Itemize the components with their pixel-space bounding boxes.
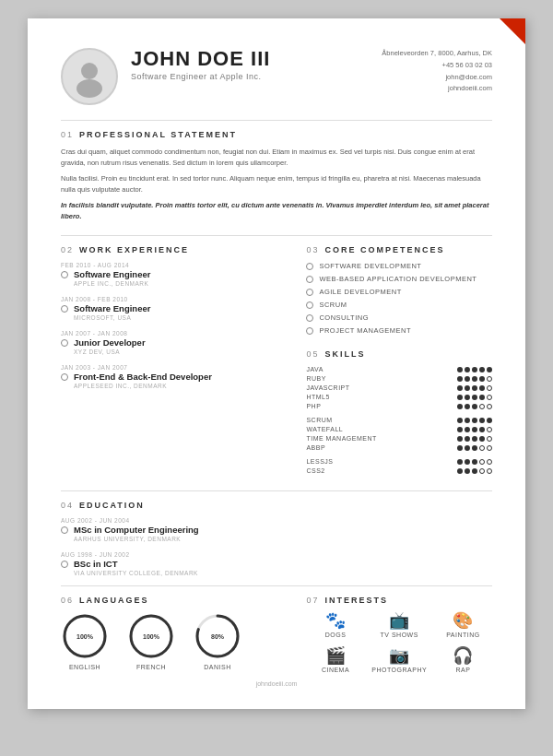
- interest-label: CINEMA: [322, 667, 349, 673]
- dot-filled: [465, 418, 470, 423]
- dot-filled: [472, 404, 477, 409]
- dot-empty: [487, 427, 492, 432]
- work-section-title: 02 WORK EXPERIENCE: [61, 245, 288, 254]
- dot-filled: [457, 385, 463, 391]
- dot-filled: [457, 367, 463, 372]
- work-title: Junior Developer: [74, 337, 146, 348]
- edu-title-row: MSc in Computer Engineering: [61, 525, 492, 535]
- address: Åbneleveorden 7, 8000, Aarhus, DK: [382, 48, 492, 60]
- skill-item: ABBP: [306, 444, 492, 451]
- dot-empty: [479, 459, 485, 465]
- lang-circle: 100%: [127, 612, 175, 660]
- corner-decoration: [500, 18, 525, 44]
- dot-filled: [465, 445, 470, 451]
- lang-circle: 80%: [194, 612, 241, 660]
- prof-para2: Nulla facilisi. Proin eu tincidunt erat.…: [61, 173, 492, 195]
- lang-name: ENGLISH: [69, 664, 100, 670]
- skill-group: SCRUM WATEFALL TIME MANAGEMENT ABBP: [306, 417, 492, 451]
- website: johndoeiii.com: [382, 83, 492, 95]
- prof-para1: Cras dui quam, aliquet commodo condiment…: [61, 147, 492, 169]
- competence-label: SCRUM: [319, 301, 347, 309]
- language-item: 100% FRENCH: [127, 612, 175, 670]
- dot-filled: [479, 395, 485, 400]
- competence-label: SOFTWARE DEVELOPMENT: [319, 262, 421, 270]
- skill-dots: [457, 459, 492, 465]
- education-items: AUG 2002 - JUN 2004 MSc in Computer Engi…: [61, 517, 492, 576]
- work-item: JAN 2008 - FEB 2010 Software Engineer MI…: [61, 296, 288, 321]
- interest-label: DOGS: [325, 632, 347, 638]
- competence-label: CONSULTING: [319, 313, 369, 322]
- edu-title: BSc in ICT: [74, 559, 118, 569]
- bullet-circle: [61, 339, 68, 347]
- edu-company: AARHUS UNIVERSITY, DENMARK: [74, 536, 492, 542]
- work-title-row: Software Engineer: [61, 303, 288, 313]
- skill-item: CSS2: [306, 467, 492, 474]
- competence-label: WEB-BASED APPLICATION DEVELOPMENT: [319, 275, 477, 283]
- dot-filled: [465, 436, 470, 442]
- email: john@doe.com: [382, 72, 492, 84]
- dot-filled: [472, 395, 477, 400]
- dot-filled: [457, 445, 463, 451]
- skill-name: CSS2: [306, 467, 380, 474]
- core-competences-col: 03 CORE COMPETENCES SOFTWARE DEVELOPMENT…: [306, 245, 492, 481]
- section-divider: [61, 235, 492, 236]
- skill-dots: [457, 427, 492, 432]
- dot-empty: [487, 459, 492, 465]
- footer: johndoeiii.com: [61, 680, 492, 687]
- dot-filled: [457, 459, 463, 465]
- skill-item: LESSJS: [306, 458, 492, 465]
- interest-label: PHOTOGRAPHY: [371, 667, 427, 673]
- work-title-row: Software Engineer: [61, 269, 288, 279]
- lang-name: FRENCH: [136, 664, 166, 670]
- skill-item: HTML5: [306, 394, 492, 400]
- work-date: JAN 2007 - JAN 2008: [61, 330, 288, 337]
- dot-filled: [457, 427, 463, 432]
- dot-empty: [487, 468, 492, 474]
- skill-name: HTML5: [306, 394, 380, 400]
- dot-filled: [457, 418, 463, 423]
- dot-filled: [472, 468, 477, 474]
- interest-icon: 🎧: [453, 647, 473, 664]
- lang-percent: 100%: [143, 633, 159, 640]
- interest-icon: 📷: [389, 647, 409, 664]
- skills-title: 05 SKILLS: [306, 349, 492, 359]
- dot-empty: [487, 404, 492, 409]
- interests-list: 🐾 DOGS 📺 TV SHOWS 🎨 PAINTING 🎬 CINEMA 📷 …: [306, 612, 492, 673]
- dot-filled: [465, 367, 470, 372]
- skill-item: TIME MANAGEMENT: [306, 435, 492, 442]
- interest-item: 🐾 DOGS: [306, 612, 364, 638]
- full-name: JOHN DOE III: [131, 48, 382, 70]
- bullet-circle: [61, 561, 68, 568]
- dot-filled: [457, 376, 463, 382]
- header-divider: [61, 120, 492, 121]
- languages-section: 06 LANGUAGES 100% ENGLISH 100% FRENCH: [61, 596, 288, 673]
- interest-item: 🎧 RAP: [434, 647, 492, 673]
- skill-name: WATEFALL: [306, 426, 380, 432]
- dot-filled: [457, 436, 463, 442]
- languages-title: 06 LANGUAGES: [61, 596, 288, 605]
- skill-name: ABBP: [306, 444, 380, 451]
- competence-item: SOFTWARE DEVELOPMENT: [306, 262, 492, 270]
- prof-para3: In facilisis blandit vulputate. Proin ma…: [61, 200, 492, 222]
- skill-group: LESSJS CSS2: [306, 458, 492, 474]
- skill-name: TIME MANAGEMENT: [306, 435, 380, 442]
- skill-dots: [457, 385, 492, 391]
- work-item: JAN 2003 - JAN 2007 Front-End & Back-End…: [61, 364, 288, 389]
- skill-name: JAVASCRIPT: [306, 384, 380, 391]
- dot-empty: [487, 445, 492, 451]
- dot-filled: [465, 404, 470, 409]
- work-item: JAN 2007 - JAN 2008 Junior Developer XYZ…: [61, 330, 288, 355]
- lang-percent: 80%: [211, 633, 224, 640]
- skill-item: JAVA: [306, 366, 492, 372]
- education-title: 04 EDUCATION: [61, 501, 492, 510]
- work-title-row: Front-End & Back-End Developer: [61, 372, 288, 382]
- dot-filled: [472, 367, 477, 372]
- competence-label: PROJECT MANAGEMENT: [319, 326, 411, 335]
- education-item: AUG 2002 - JUN 2004 MSc in Computer Engi…: [61, 517, 492, 542]
- competence-item: AGILE DEVELOPMENT: [306, 288, 492, 296]
- dot-filled: [465, 395, 470, 400]
- interest-label: PAINTING: [446, 632, 480, 638]
- competence-item: WEB-BASED APPLICATION DEVELOPMENT: [306, 275, 492, 283]
- bullet-circle: [306, 314, 313, 322]
- dot-filled: [472, 445, 477, 451]
